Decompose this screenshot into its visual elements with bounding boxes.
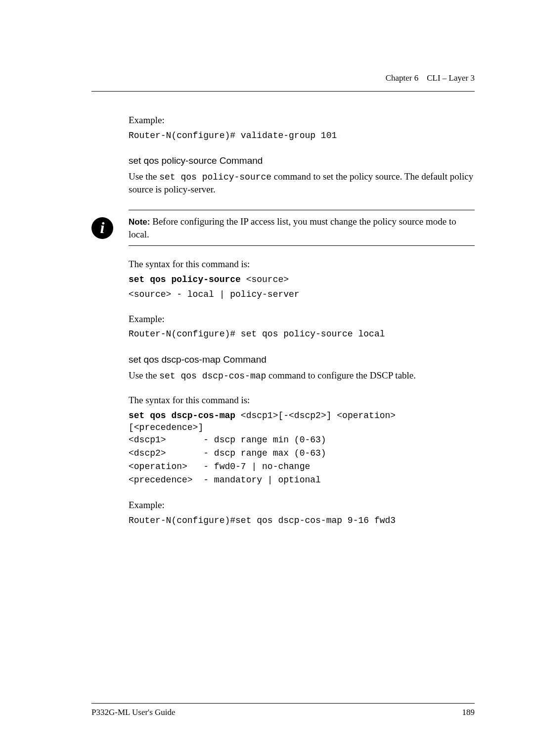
header-divider	[91, 91, 475, 92]
section-heading: set qos dscp-cos-map Command	[129, 354, 475, 365]
page-header: Chapter 6 CLI – Layer 3	[386, 73, 475, 83]
param-row: <dscp2> - dscp range max (0-63)	[129, 447, 475, 460]
info-icon: i	[91, 217, 113, 239]
note-body-text: Before configuring the IP access list, y…	[129, 216, 456, 239]
syntax-rest: <source>	[241, 275, 289, 284]
example-label: Example:	[129, 313, 475, 326]
main-content: Example: Router-N(configure)# validate-g…	[91, 73, 475, 526]
note-label: Note:	[129, 217, 150, 227]
syntax-command: set qos policy-source <source>	[129, 274, 475, 285]
param-table: <dscp1> - dscp range min (0-63) <dscp2> …	[129, 433, 475, 487]
note-text: Note: Before configuring the IP access l…	[129, 215, 475, 241]
param-row: <precedence> - mandatory | optional	[129, 473, 475, 487]
example-label: Example:	[129, 114, 475, 127]
intro-text-post: command to configure the DSCP table.	[266, 370, 416, 380]
syntax-intro: The syntax for this command is:	[129, 258, 475, 271]
chapter-title: CLI – Layer 3	[427, 73, 475, 83]
footer-page-number: 189	[462, 708, 475, 717]
syntax-command: set qos dscp-cos-map <dscp1>[-<dscp2>] <…	[129, 410, 475, 434]
note-block: i Note: Before configuring the IP access…	[91, 210, 475, 246]
example-code: Router-N(configure)# set qos policy-sour…	[129, 328, 475, 340]
intro-text-pre: Use the	[129, 370, 159, 380]
footer-guide: P332G-ML User's Guide	[91, 708, 176, 717]
param-row: <operation> - fwd0-7 | no-change	[129, 460, 475, 473]
page-footer: P332G-ML User's Guide 189	[91, 703, 475, 717]
syntax-bold: set qos dscp-cos-map	[129, 411, 235, 421]
note-divider-bottom	[129, 245, 475, 246]
footer-divider	[91, 703, 475, 704]
section-heading: set qos policy-source Command	[129, 155, 475, 166]
chapter-label: Chapter 6	[386, 73, 419, 83]
syntax-bold: set qos policy-source	[129, 275, 241, 284]
section-intro: Use the set qos dscp-cos-map command to …	[129, 369, 475, 382]
param-row: <dscp1> - dscp range min (0-63)	[129, 433, 475, 447]
intro-text-pre: Use the	[129, 171, 159, 182]
intro-code: set qos policy-source	[159, 172, 271, 182]
example-label: Example:	[129, 499, 475, 512]
info-icon-glyph: i	[100, 219, 105, 237]
section-intro: Use the set qos policy-source command to…	[129, 170, 475, 196]
intro-code: set qos dscp-cos-map	[159, 371, 266, 381]
example-code: Router-N(configure)#set qos dscp-cos-map…	[129, 515, 475, 526]
note-divider-top	[129, 210, 475, 210]
syntax-intro: The syntax for this command is:	[129, 394, 475, 407]
syntax-param: <source> - local | policy-server	[129, 288, 475, 300]
example-code: Router-N(configure)# validate-group 101	[129, 130, 475, 142]
